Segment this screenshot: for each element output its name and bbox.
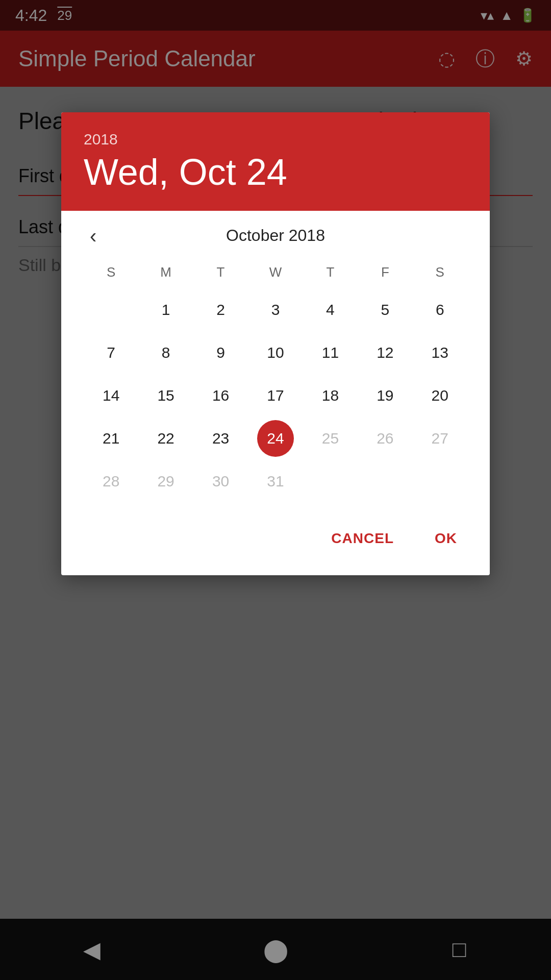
cal-cell-empty-3 [358,461,412,502]
day-header-wed: W [248,260,303,284]
cal-cell-14[interactable]: 14 [84,375,138,416]
cal-cell-empty-2 [303,461,358,502]
cal-cell-23[interactable]: 23 [193,418,248,459]
day-29[interactable]: 29 [147,463,184,500]
day-4[interactable]: 4 [312,291,348,328]
cal-cell-4[interactable]: 4 [303,289,358,330]
cal-cell-22[interactable]: 22 [138,418,193,459]
day-11[interactable]: 11 [312,334,348,371]
day-5[interactable]: 5 [367,291,404,328]
cal-cell-25[interactable]: 25 [303,418,358,459]
cal-cell-7[interactable]: 7 [84,332,138,373]
cal-cell-31[interactable]: 31 [248,461,303,502]
day-9[interactable]: 9 [203,334,239,371]
day-header-mon: M [138,260,193,284]
day-28[interactable]: 28 [93,463,130,500]
day-18[interactable]: 18 [312,377,348,414]
day-15[interactable]: 15 [147,377,184,414]
day-12[interactable]: 12 [367,334,404,371]
cal-cell-2[interactable]: 2 [193,289,248,330]
cal-cell-12[interactable]: 12 [358,332,412,373]
cal-cell-8[interactable]: 8 [138,332,193,373]
day-headers: S M T W T F S [84,260,467,284]
day-header-sat: S [413,260,467,284]
month-year-label: October 2018 [226,226,325,245]
day-27[interactable]: 27 [421,420,458,457]
cal-cell-17[interactable]: 17 [248,375,303,416]
cal-cell-19[interactable]: 19 [358,375,412,416]
cal-cell-10[interactable]: 10 [248,332,303,373]
cal-cell-1[interactable]: 1 [138,289,193,330]
day-26[interactable]: 26 [367,420,404,457]
day-16[interactable]: 16 [203,377,239,414]
cal-cell-29[interactable]: 29 [138,461,193,502]
dialog-header: 2018 Wed, Oct 24 [61,112,490,211]
cal-cell-3[interactable]: 3 [248,289,303,330]
cal-cell-5[interactable]: 5 [358,289,412,330]
day-8[interactable]: 8 [147,334,184,371]
day-7[interactable]: 7 [93,334,130,371]
day-header-tue: T [193,260,248,284]
dialog-year: 2018 [84,131,467,148]
prev-month-button[interactable]: ‹ [84,222,103,250]
cal-cell-30[interactable]: 30 [193,461,248,502]
day-3[interactable]: 3 [257,291,294,328]
day-2[interactable]: 2 [203,291,239,328]
day-header-thu: T [303,260,358,284]
dialog-date-display: Wed, Oct 24 [84,152,467,192]
cal-cell-empty-1 [84,289,138,330]
day-24[interactable]: 24 [257,420,294,457]
cal-cell-28[interactable]: 28 [84,461,138,502]
cal-cell-26[interactable]: 26 [358,418,412,459]
cal-cell-27[interactable]: 27 [413,418,467,459]
month-navigation: ‹ October 2018 [84,226,467,245]
date-picker-dialog: 2018 Wed, Oct 24 ‹ October 2018 S M T W … [61,112,490,575]
day-23[interactable]: 23 [203,420,239,457]
day-17[interactable]: 17 [257,377,294,414]
dialog-footer: CANCEL OK [61,507,490,575]
cal-cell-24[interactable]: 24 [248,418,303,459]
cal-cell-16[interactable]: 16 [193,375,248,416]
day-31[interactable]: 31 [257,463,294,500]
calendar-grid: 1 2 3 4 5 6 7 8 9 10 11 12 13 14 15 16 1… [84,289,467,502]
day-19[interactable]: 19 [367,377,404,414]
cal-cell-11[interactable]: 11 [303,332,358,373]
day-22[interactable]: 22 [147,420,184,457]
cal-cell-9[interactable]: 9 [193,332,248,373]
dialog-body: ‹ October 2018 S M T W T F S 1 2 3 4 5 6… [61,211,490,507]
day-header-fri: F [358,260,412,284]
cal-cell-6[interactable]: 6 [413,289,467,330]
day-6[interactable]: 6 [421,291,458,328]
cal-cell-empty-4 [413,461,467,502]
ok-button[interactable]: OK [424,522,467,555]
cancel-button[interactable]: CANCEL [321,522,404,555]
cal-cell-21[interactable]: 21 [84,418,138,459]
cal-cell-18[interactable]: 18 [303,375,358,416]
day-30[interactable]: 30 [203,463,239,500]
day-header-sun: S [84,260,138,284]
day-10[interactable]: 10 [257,334,294,371]
cal-cell-13[interactable]: 13 [413,332,467,373]
cal-cell-15[interactable]: 15 [138,375,193,416]
day-1[interactable]: 1 [147,291,184,328]
day-25[interactable]: 25 [312,420,348,457]
day-20[interactable]: 20 [421,377,458,414]
cal-cell-20[interactable]: 20 [413,375,467,416]
day-13[interactable]: 13 [421,334,458,371]
day-14[interactable]: 14 [93,377,130,414]
day-21[interactable]: 21 [93,420,130,457]
